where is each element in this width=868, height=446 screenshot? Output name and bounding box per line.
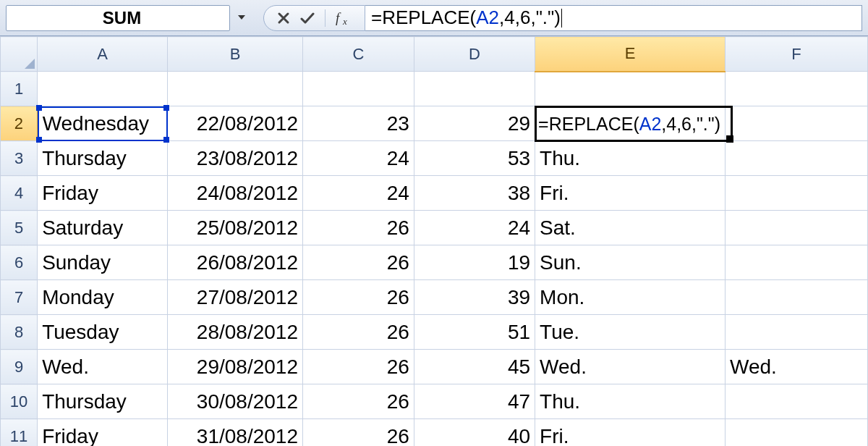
cell-B5[interactable]: 25/08/2012 <box>168 211 303 245</box>
row-header-1[interactable]: 1 <box>1 72 38 106</box>
cell-A10[interactable]: Thursday <box>38 384 168 419</box>
cell-F8[interactable] <box>725 315 867 350</box>
row-header-3[interactable]: 3 <box>1 141 38 176</box>
cell-B10[interactable]: 30/08/2012 <box>168 384 303 419</box>
formula-text: =REPLACE(AA2,4,6,".") <box>371 7 561 29</box>
row-header-6[interactable]: 6 <box>1 245 38 280</box>
select-all-corner[interactable] <box>1 37 38 72</box>
formula-input[interactable]: =REPLACE(AA2,4,6,".") <box>365 5 862 31</box>
row-header-9[interactable]: 9 <box>1 350 38 384</box>
cell-E8[interactable]: Tue. <box>535 315 726 350</box>
cell-E4[interactable]: Fri. <box>535 176 726 211</box>
row-header-7[interactable]: 7 <box>1 280 38 315</box>
row-header-11[interactable]: 11 <box>1 419 38 447</box>
cell-E1[interactable] <box>535 72 726 106</box>
cell-B6[interactable]: 26/08/2012 <box>168 245 303 280</box>
cell-C4[interactable]: 24 <box>303 176 414 211</box>
cell-A5[interactable]: Saturday <box>38 211 168 245</box>
name-box-dropdown[interactable] <box>237 12 246 24</box>
cell-C5[interactable]: 26 <box>303 211 414 245</box>
caret <box>561 9 562 28</box>
cell-D7[interactable]: 39 <box>414 280 535 315</box>
cell-B8[interactable]: 28/08/2012 <box>168 315 303 350</box>
column-header-F[interactable]: F <box>725 37 867 72</box>
cell-F10[interactable] <box>725 384 867 419</box>
cell-B7[interactable]: 27/08/2012 <box>168 280 303 315</box>
cell-B11[interactable]: 31/08/2012 <box>168 419 303 447</box>
row-header-8[interactable]: 8 <box>1 315 38 350</box>
cell-C8[interactable]: 26 <box>303 315 414 350</box>
cell-E7[interactable]: Mon. <box>535 280 726 315</box>
column-header-D[interactable]: D <box>414 37 535 72</box>
cell-F2[interactable] <box>725 106 867 141</box>
cell-A3[interactable]: Thursday <box>38 141 168 176</box>
cell-B9[interactable]: 29/08/2012 <box>168 350 303 384</box>
cell-D4[interactable]: 38 <box>414 176 535 211</box>
cell-D10[interactable]: 47 <box>414 384 535 419</box>
cell-B4[interactable]: 24/08/2012 <box>168 176 303 211</box>
cell-A8[interactable]: Tuesday <box>38 315 168 350</box>
cell-E9[interactable]: Wed. <box>535 350 726 384</box>
cell-D8[interactable]: 51 <box>414 315 535 350</box>
cell-A1[interactable] <box>38 72 168 106</box>
cell-A4[interactable]: Friday <box>38 176 168 211</box>
editing-cell-text: =REPLACE(A2,4,6,".") <box>538 114 720 134</box>
fx-icon[interactable]: f x <box>336 11 354 25</box>
cell-C3[interactable]: 24 <box>303 141 414 176</box>
cell-B1[interactable] <box>168 72 303 106</box>
cell-C1[interactable] <box>303 72 414 106</box>
enter-icon[interactable] <box>300 12 315 25</box>
cell-F11[interactable] <box>725 419 867 447</box>
column-header-A[interactable]: A <box>38 37 168 72</box>
row-header-4[interactable]: 4 <box>1 176 38 211</box>
svg-text:f: f <box>336 11 341 25</box>
cell-E3[interactable]: Thu. <box>535 141 726 176</box>
cell-C9[interactable]: 26 <box>303 350 414 384</box>
cell-D9[interactable]: 45 <box>414 350 535 384</box>
cell-F4[interactable] <box>725 176 867 211</box>
cell-F1[interactable] <box>725 72 867 106</box>
cell-C7[interactable]: 26 <box>303 280 414 315</box>
cell-C11[interactable]: 26 <box>303 419 414 447</box>
name-box-wrap <box>6 5 230 31</box>
column-header-E[interactable]: E <box>535 37 726 72</box>
cell-E11[interactable]: Fri. <box>535 419 726 447</box>
cell-D5[interactable]: 24 <box>414 211 535 245</box>
spreadsheet-grid[interactable]: ABCDEF 12Wednesday22/08/20122329=REPLACE… <box>0 36 868 446</box>
cells-table[interactable]: ABCDEF 12Wednesday22/08/20122329=REPLACE… <box>0 36 868 446</box>
column-header-B[interactable]: B <box>168 37 303 72</box>
cancel-icon[interactable] <box>277 12 290 25</box>
cell-B2[interactable]: 22/08/2012 <box>168 106 303 141</box>
formula-bar-buttons: f x <box>263 5 365 31</box>
cell-D1[interactable] <box>414 72 535 106</box>
cell-A7[interactable]: Monday <box>38 280 168 315</box>
cell-E5[interactable]: Sat. <box>535 211 726 245</box>
cell-D2[interactable]: 29 <box>414 106 535 141</box>
cell-D6[interactable]: 19 <box>414 245 535 280</box>
cell-F9[interactable]: Wed. <box>725 350 867 384</box>
cell-C2[interactable]: 23 <box>303 106 414 141</box>
cell-A2[interactable]: Wednesday <box>38 106 168 141</box>
cell-C6[interactable]: 26 <box>303 245 414 280</box>
cell-E10[interactable]: Thu. <box>535 384 726 419</box>
row-header-10[interactable]: 10 <box>1 384 38 419</box>
cell-E2[interactable]: =REPLACE(A2,4,6,".") <box>535 106 726 141</box>
row-header-5[interactable]: 5 <box>1 211 38 245</box>
cell-E6[interactable]: Sun. <box>535 245 726 280</box>
cell-F6[interactable] <box>725 245 867 280</box>
cell-A11[interactable]: Friday <box>38 419 168 447</box>
separator <box>325 9 326 27</box>
cell-D11[interactable]: 40 <box>414 419 535 447</box>
cell-F3[interactable] <box>725 141 867 176</box>
cell-B3[interactable]: 23/08/2012 <box>168 141 303 176</box>
cell-F5[interactable] <box>725 211 867 245</box>
cell-F7[interactable] <box>725 280 867 315</box>
cell-D3[interactable]: 53 <box>414 141 535 176</box>
row-header-2[interactable]: 2 <box>1 106 38 141</box>
name-box[interactable] <box>7 7 237 29</box>
column-header-C[interactable]: C <box>303 37 414 72</box>
formula-bar: f x =REPLACE(AA2,4,6,".") <box>0 0 868 36</box>
cell-A6[interactable]: Sunday <box>38 245 168 280</box>
cell-C10[interactable]: 26 <box>303 384 414 419</box>
cell-A9[interactable]: Wed. <box>38 350 168 384</box>
